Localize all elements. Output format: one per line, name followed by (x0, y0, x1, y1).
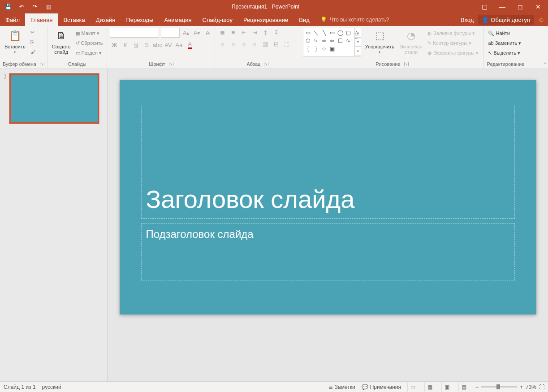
italic-button[interactable]: К (121, 40, 129, 49)
section-button[interactable]: ▭Раздел ▾ (74, 48, 104, 57)
align-right-button[interactable]: ≡ (239, 39, 248, 48)
zoom-level[interactable]: 73% (526, 384, 536, 390)
signin-link[interactable]: Вход (461, 17, 474, 23)
gallery-more-icon[interactable]: ≡ (355, 47, 361, 56)
strike-button[interactable]: abc (153, 40, 162, 49)
zoom-slider[interactable] (481, 386, 517, 388)
shape-action-icon[interactable]: ▣ (328, 45, 336, 52)
subtitle-placeholder[interactable]: Подзаголовок слайда (141, 223, 515, 280)
shapes-gallery[interactable]: ▭＼╲▭◯▢ △⬡⤷⇨⇦☐ ∿⌒{}☆▣ ▴▾≡ (303, 28, 361, 56)
smartart-button[interactable]: ⬚ (282, 39, 291, 48)
replace-button[interactable]: abЗаменить ▾ (487, 39, 522, 47)
shape-arrow2-icon[interactable]: ⤷ (312, 37, 319, 44)
layout-button[interactable]: ▦Макет ▾ (74, 29, 104, 38)
align-left-button[interactable]: ≡ (218, 39, 227, 48)
paste-button[interactable]: 📋 Вставить ▾ (3, 28, 27, 55)
tab-design[interactable]: Дизайн (91, 13, 121, 26)
tab-review[interactable]: Рецензирование (238, 13, 293, 26)
title-text[interactable]: Заголовок слайда (146, 185, 355, 214)
slideshow-view-button[interactable]: ▤ (458, 383, 469, 392)
decrease-indent-button[interactable]: ⇤ (239, 28, 248, 37)
font-color-button[interactable]: A (185, 40, 194, 49)
dialog-launcher-icon[interactable]: ↘ (169, 62, 173, 66)
shape-brace-icon[interactable]: { (304, 45, 311, 52)
title-placeholder[interactable]: Заголовок слайда (141, 106, 515, 219)
slide-count[interactable]: Слайд 1 из 1 (4, 384, 36, 390)
shape-oval-icon[interactable]: ◯ (337, 29, 344, 36)
thumbnail-pane[interactable]: 1 (0, 69, 108, 381)
shape-fill-button[interactable]: ◐Заливка фигуры ▾ (426, 29, 480, 38)
line-spacing-button[interactable]: ‡ (261, 28, 270, 37)
tab-view[interactable]: Вид (293, 13, 315, 26)
clear-formatting-icon[interactable]: A̶ (203, 28, 212, 37)
shape-roundrect-icon[interactable]: ▢ (345, 29, 352, 36)
bullets-button[interactable]: ≣ (218, 28, 227, 37)
justify-button[interactable]: ≡ (250, 39, 259, 48)
dialog-launcher-icon[interactable]: ↘ (264, 62, 268, 66)
reset-button[interactable]: ↺Сбросить (74, 39, 104, 47)
shadow-button[interactable]: S (142, 40, 151, 49)
shape-callout-icon[interactable]: ☐ (337, 37, 344, 44)
arrange-button[interactable]: ⬚ Упорядочить ▾ (363, 28, 396, 55)
bold-button[interactable]: Ж (110, 40, 119, 49)
shape-star-icon[interactable]: ☆ (320, 45, 328, 52)
shape-effects-button[interactable]: ◉Эффекты фигуры ▾ (426, 48, 480, 57)
feedback-icon[interactable]: ☺ (538, 16, 544, 23)
normal-view-button[interactable]: ▭ (407, 383, 418, 392)
slide-editor[interactable]: Заголовок слайда Подзаголовок слайда (108, 69, 548, 381)
underline-button[interactable]: Ч (131, 40, 140, 49)
zoom-in-button[interactable]: + (520, 384, 523, 390)
new-slide-button[interactable]: 🗎 Создать слайд (50, 28, 73, 56)
close-button[interactable]: ✕ (531, 1, 545, 12)
gallery-down-icon[interactable]: ▾ (355, 38, 361, 47)
start-slideshow-icon[interactable]: ▥ (45, 3, 52, 10)
ribbon-options-icon[interactable]: ▢ (477, 1, 492, 12)
slide-canvas[interactable]: Заголовок слайда Подзаголовок слайда (120, 80, 536, 314)
align-center-button[interactable]: ≡ (229, 39, 237, 48)
reading-view-button[interactable]: ▣ (441, 383, 452, 392)
thumbnail-preview[interactable] (9, 73, 99, 124)
sorter-view-button[interactable]: ▦ (424, 383, 435, 392)
undo-icon[interactable]: ↶ (18, 3, 25, 10)
tab-file[interactable]: Файл (0, 13, 25, 26)
decrease-font-icon[interactable]: A▾ (192, 28, 201, 37)
minimize-button[interactable]: — (495, 1, 509, 12)
tab-transitions[interactable]: Переходы (121, 13, 159, 26)
format-painter-button[interactable]: 🖌 (29, 47, 37, 56)
maximize-button[interactable]: ◻ (513, 1, 527, 12)
tab-insert[interactable]: Вставка (58, 13, 90, 26)
copy-button[interactable]: ⎘ (29, 38, 37, 47)
subtitle-text[interactable]: Подзаголовок слайда (146, 228, 510, 241)
shape-brace2-icon[interactable]: } (312, 45, 319, 52)
text-direction-button[interactable]: ↧ (272, 28, 280, 37)
save-icon[interactable]: 💾 (4, 3, 12, 10)
slide-thumbnail-1[interactable]: 1 (4, 73, 104, 124)
notes-button[interactable]: ≣Заметки (328, 384, 355, 390)
increase-indent-button[interactable]: ⇥ (250, 28, 259, 37)
zoom-knob[interactable] (496, 384, 500, 389)
gallery-up-icon[interactable]: ▴ (355, 28, 361, 38)
shape-arrow-icon[interactable]: ⬡ (304, 37, 311, 44)
char-spacing-button[interactable]: AV (164, 40, 173, 49)
shape-textbox-icon[interactable]: ▭ (304, 29, 311, 36)
shape-rect-icon[interactable]: ▭ (328, 29, 336, 36)
shape-arrow4-icon[interactable]: ⇦ (328, 37, 336, 44)
zoom-out-button[interactable]: − (475, 384, 479, 390)
find-button[interactable]: 🔍Найти (487, 29, 522, 38)
quick-styles-button[interactable]: ◔ Экспресс- стили (398, 28, 424, 56)
font-size-input[interactable] (161, 28, 180, 38)
dialog-launcher-icon[interactable]: ↘ (404, 62, 409, 66)
numbering-button[interactable]: ≡ (229, 28, 237, 37)
select-button[interactable]: ↖Выделить ▾ (487, 48, 522, 57)
language-status[interactable]: русский (42, 384, 61, 390)
tab-home[interactable]: Главная (25, 13, 58, 26)
columns-button[interactable]: ▥ (261, 39, 270, 48)
collapse-ribbon-icon[interactable]: ˄ (544, 62, 546, 67)
increase-font-icon[interactable]: A▴ (181, 28, 190, 37)
tab-animations[interactable]: Анимация (159, 13, 197, 26)
shape-outline-button[interactable]: ✎Контур фигуры ▾ (426, 39, 480, 47)
share-button[interactable]: 👤Общий доступ (478, 15, 533, 25)
redo-icon[interactable]: ↷ (31, 3, 39, 10)
shape-curve-icon[interactable]: ∿ (345, 37, 352, 44)
tab-slideshow[interactable]: Слайд-шоу (197, 13, 238, 26)
